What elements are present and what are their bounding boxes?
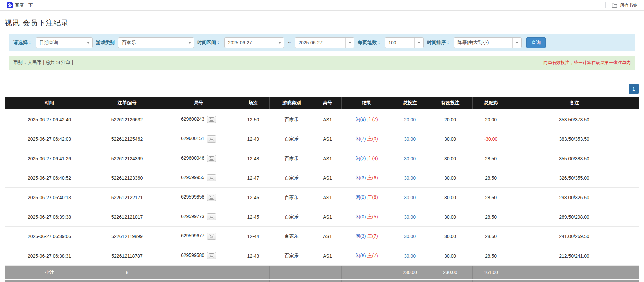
baidu-favicon-icon (7, 2, 13, 8)
video-replay-icon (209, 215, 214, 219)
round-replay-button[interactable] (207, 213, 216, 220)
header-payout: 总派彩 (473, 97, 509, 110)
table-row: 2025-06-27 06:39:38522612121017629599773… (5, 207, 639, 227)
cell-session: 12-48 (237, 149, 270, 168)
sort-order-select[interactable]: 降幂(由大到小) (454, 37, 522, 48)
cell-bet-id: 522612122171 (94, 188, 160, 207)
chevron-down-icon (414, 38, 423, 48)
pagination-page-1-button[interactable]: 1 (629, 84, 639, 94)
result-player: 闲(9) (355, 117, 366, 122)
total-bet-link[interactable]: 30.00 (404, 214, 416, 220)
game-type-label: 游戏类别 (96, 40, 115, 46)
video-replay-icon (209, 156, 214, 161)
cell-result: 闲(3) 庄(7) (342, 227, 392, 246)
cell-total-bet: 30.00 (392, 129, 428, 149)
round-replay-button[interactable] (207, 155, 216, 162)
cell-valid-bet: 30.00 (428, 227, 473, 246)
same-round-notice: 同局有效投注，统一计算在该局第一张注单内 (543, 60, 631, 66)
cell-valid-bet: 30.00 (428, 129, 473, 149)
cell-game-type: 百家乐 (270, 149, 313, 168)
cell-time: 2025-06-27 06:40:13 (5, 188, 94, 207)
cell-game-type: 百家乐 (270, 129, 313, 149)
total-bet-link[interactable]: 30.00 (404, 195, 416, 200)
round-replay-button[interactable] (207, 116, 216, 123)
game-type-select-value: 百家乐 (118, 40, 185, 46)
cell-total-bet: 30.00 (392, 149, 428, 168)
cell-table-no: AS1 (313, 246, 342, 266)
total-bet-link[interactable]: 30.00 (404, 156, 416, 161)
round-replay-button[interactable] (207, 174, 216, 181)
cell-time: 2025-06-27 06:40:52 (5, 168, 94, 188)
round-id-text: 629599580 (181, 252, 204, 258)
cell-note: 269.50/298.00 (509, 207, 639, 227)
date-to-select[interactable]: 2025-06-27 (295, 37, 354, 48)
round-id-text: 629599858 (181, 194, 204, 200)
betting-table: 时间 注单编号 局号 场次 游戏类别 桌号 结果 总投注 有效投注 总派彩 备注… (5, 97, 639, 282)
cell-result: 闲(2) 庄(4) (342, 149, 392, 168)
cell-session: 12-47 (237, 168, 270, 188)
result-banker: 庄(0) (367, 136, 378, 142)
result-player: 闲(7) (355, 136, 366, 142)
cell-valid-bet: 30.00 (428, 188, 473, 207)
result-banker: 庄(7) (367, 253, 378, 258)
round-id-text: 629599773 (181, 214, 204, 219)
chevron-down-icon (185, 38, 194, 48)
page-content: 视讯 会员下注纪录 请选择： 日期查询 游戏类别 百家乐 时间区间： 2025-… (0, 18, 644, 282)
header-table-no: 桌号 (313, 97, 342, 110)
cell-valid-bet: 20.00 (428, 110, 473, 129)
cell-valid-bet: 30.00 (428, 207, 473, 227)
total-bet-link[interactable]: 30.00 (404, 253, 416, 259)
total-total-bet: 230.00 (392, 279, 428, 282)
total-bet-link[interactable]: 30.00 (404, 234, 416, 239)
cell-round-id: 629600243 (160, 110, 237, 129)
round-replay-button[interactable] (207, 194, 216, 201)
cell-note: 298.00/326.50 (509, 188, 639, 207)
cell-total-bet: 30.00 (392, 246, 428, 266)
subtotal-empty-cell (313, 266, 342, 280)
cell-payout: 20.00 (473, 110, 509, 129)
result-banker: 庄(6) (367, 194, 378, 200)
summary-bar: 币别：人民币 | 总共 :8 注单 | 同局有效投注，统一计算在该局第一张注单内 (9, 56, 635, 70)
cell-result: 闲(0) 庄(6) (342, 188, 392, 207)
date-range-label: 时间区间： (197, 40, 221, 46)
game-type-select[interactable]: 百家乐 (118, 37, 194, 48)
total-bet-link[interactable]: 20.00 (404, 117, 416, 122)
round-replay-button[interactable] (207, 252, 216, 259)
cell-table-no: AS1 (313, 227, 342, 246)
query-type-select[interactable]: 日期查询 (36, 37, 93, 48)
subtotal-row: 小计 8 230.00 230.00 161.00 (5, 266, 639, 280)
page-size-select[interactable]: 100 (385, 37, 424, 48)
cell-time: 2025-06-27 06:42:40 (5, 110, 94, 129)
bookmarks-divider (605, 2, 606, 8)
cell-result: 闲(0) 庄(5) (342, 207, 392, 227)
cell-round-id: 629599773 (160, 207, 237, 227)
cell-total-bet: 30.00 (392, 188, 428, 207)
total-count: 8 (94, 279, 160, 282)
total-empty-cell (342, 279, 392, 282)
subtotal-empty-cell (270, 266, 313, 280)
total-empty-cell (160, 279, 237, 282)
round-replay-button[interactable] (207, 135, 216, 143)
table-row: 2025-06-27 06:42:40522612126632629600243… (5, 110, 639, 129)
cell-valid-bet: 30.00 (428, 149, 473, 168)
total-bet-link[interactable]: 30.00 (404, 136, 416, 142)
cell-payout: 28.50 (473, 227, 509, 246)
all-bookmarks-button[interactable]: 所有书签 (610, 1, 639, 9)
subtotal-empty-cell (237, 266, 270, 280)
date-from-select[interactable]: 2025-06-27 (224, 37, 284, 48)
round-id-text: 629599677 (181, 233, 204, 238)
round-replay-button[interactable] (207, 233, 216, 240)
search-button[interactable]: 查询 (526, 37, 546, 48)
cell-game-type: 百家乐 (270, 110, 313, 129)
chevron-down-icon (345, 38, 354, 48)
total-empty-cell (237, 279, 270, 282)
table-row: 2025-06-27 06:41:26522612124399629600046… (5, 149, 639, 168)
total-bet-link[interactable]: 30.00 (404, 175, 416, 181)
result-player: 闲(3) (355, 175, 366, 180)
cell-round-id: 629599858 (160, 188, 237, 207)
table-row: 2025-06-27 06:40:13522612122171629599858… (5, 188, 639, 207)
total-empty-cell (313, 279, 342, 282)
chevron-down-icon (512, 38, 521, 48)
cell-note: 383.50/353.50 (509, 129, 639, 149)
bookmark-baidu[interactable]: 百度一下 (5, 1, 35, 9)
